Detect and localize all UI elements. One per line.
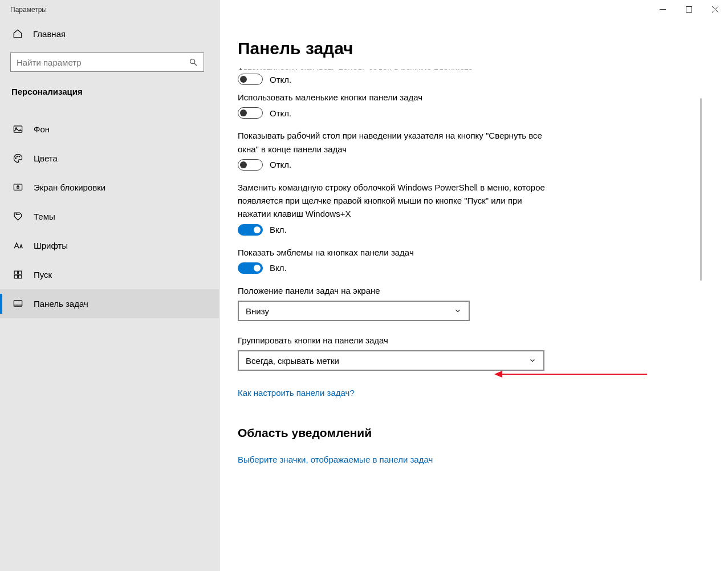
sidebar-item-label: Панель задач	[34, 299, 88, 309]
svg-rect-12	[18, 275, 22, 278]
toggle-peek-desktop[interactable]	[238, 159, 263, 171]
palette-icon	[13, 153, 23, 164]
sidebar-item-colors[interactable]: Цвета	[0, 144, 219, 173]
svg-point-4	[15, 158, 17, 159]
themes-icon	[13, 211, 23, 222]
sidebar-item-fonts[interactable]: Шрифты	[0, 231, 219, 260]
truncated-setting-label: Автоматически скрывать панель задач в ре…	[238, 66, 705, 70]
toggle-state-label: Откл.	[270, 160, 291, 169]
search-field[interactable]	[17, 58, 189, 67]
sidebar-item-background[interactable]: Фон	[0, 115, 219, 144]
svg-rect-2	[14, 126, 22, 132]
help-link-taskbar[interactable]: Как настроить панели задач?	[238, 388, 355, 398]
sidebar-item-themes[interactable]: Темы	[0, 202, 219, 231]
settings-scroll[interactable]: Автоматически скрывать панель задач в ре…	[238, 66, 705, 571]
svg-line-1	[194, 63, 197, 66]
svg-point-0	[190, 59, 195, 64]
search-icon	[189, 58, 198, 67]
toggle-tablet-hide[interactable]	[238, 74, 263, 85]
setting-label-badges: Показать эмблемы на кнопках панели задач	[238, 246, 546, 259]
svg-point-6	[19, 156, 20, 157]
setting-label-small-buttons: Использовать маленькие кнопки панели зад…	[238, 91, 546, 104]
sidebar-item-lockscreen[interactable]: Экран блокировки	[0, 173, 219, 202]
chevron-down-icon	[454, 307, 462, 315]
nav-home[interactable]: Главная	[0, 24, 219, 44]
toggle-state-label: Вкл.	[270, 225, 287, 234]
content-area: Панель задач Автоматически скрывать пане…	[219, 0, 728, 571]
svg-rect-9	[14, 271, 18, 274]
sidebar-item-label: Экран блокировки	[34, 183, 105, 192]
maximize-button[interactable]	[676, 0, 702, 18]
close-button[interactable]	[702, 0, 728, 18]
svg-point-5	[17, 156, 18, 157]
window-title: Параметры	[0, 0, 219, 24]
toggle-powershell[interactable]	[238, 224, 263, 236]
dropdown-position[interactable]: Внизу	[238, 301, 470, 321]
section-notification-area: Область уведомлений	[238, 426, 705, 440]
lockscreen-icon	[13, 182, 23, 193]
sidebar-item-taskbar[interactable]: Панель задач	[0, 289, 219, 318]
toggle-state-label: Откл.	[270, 75, 291, 84]
sidebar-item-label: Фон	[34, 124, 50, 134]
window-controls	[649, 0, 728, 18]
search-input[interactable]	[10, 52, 204, 72]
link-select-icons[interactable]: Выберите значки, отображаемые в панели з…	[238, 455, 433, 464]
toggle-state-label: Откл.	[270, 108, 291, 118]
sidebar-section-title: Персонализация	[0, 82, 219, 106]
sidebar-item-label: Цвета	[34, 153, 58, 163]
nav-home-label: Главная	[33, 29, 66, 39]
sidebar-item-label: Шрифты	[34, 241, 68, 250]
chevron-down-icon	[528, 357, 536, 365]
sidebar: Параметры Главная Персонализация Фон	[0, 0, 219, 571]
svg-rect-10	[18, 271, 22, 274]
image-icon	[13, 124, 23, 135]
dropdown-combine[interactable]: Всегда, скрывать метки	[238, 350, 544, 371]
svg-rect-8	[17, 187, 19, 188]
sidebar-nav: Фон Цвета Экран блокировки Темы Шрифты П…	[0, 115, 219, 318]
home-icon	[13, 29, 23, 39]
dropdown-value: Всегда, скрывать метки	[246, 356, 339, 366]
start-icon	[13, 269, 23, 280]
sidebar-item-start[interactable]: Пуск	[0, 260, 219, 289]
sidebar-item-label: Темы	[34, 212, 55, 221]
fonts-icon	[13, 240, 23, 251]
page-title: Панель задач	[238, 39, 705, 58]
toggle-state-label: Вкл.	[270, 263, 287, 273]
svg-rect-7	[14, 184, 22, 190]
toggle-badges[interactable]	[238, 262, 263, 274]
toggle-small-buttons[interactable]	[238, 107, 263, 119]
setting-label-powershell: Заменить командную строку оболочкой Wind…	[238, 181, 546, 221]
svg-rect-13	[14, 301, 22, 306]
dropdown-label-combine: Группировать кнопки на панели задач	[238, 334, 546, 347]
sidebar-item-label: Пуск	[34, 270, 52, 280]
minimize-button[interactable]	[649, 0, 676, 18]
scrollbar[interactable]	[700, 98, 702, 281]
taskbar-icon	[13, 298, 23, 309]
dropdown-label-position: Положение панели задач на экране	[238, 284, 546, 297]
svg-rect-16	[686, 6, 692, 12]
dropdown-value: Внизу	[246, 306, 269, 316]
svg-rect-11	[14, 275, 18, 278]
setting-label-peek-desktop: Показывать рабочий стол при наведении ук…	[238, 129, 546, 156]
